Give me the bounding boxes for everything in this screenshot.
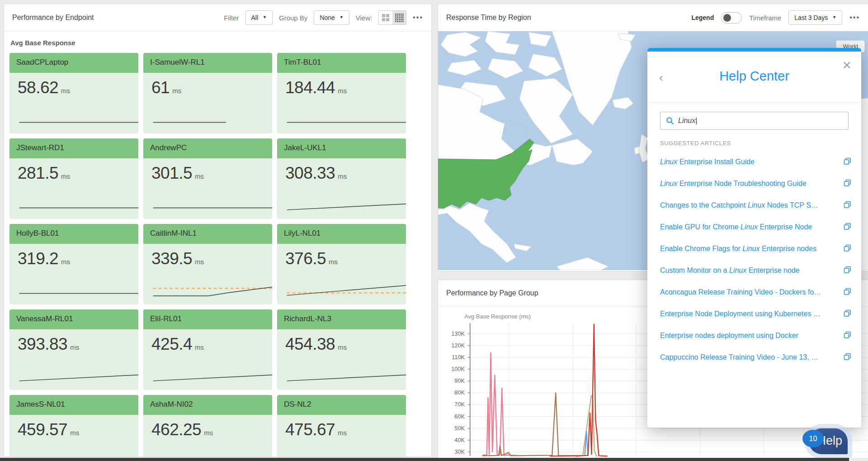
endpoint-card[interactable]: EliI-RL01425.4ms: [143, 309, 272, 390]
sparkline: [17, 111, 138, 129]
endpoint-card-unit: ms: [195, 343, 204, 351]
back-icon[interactable]: ‹: [659, 71, 663, 83]
endpoint-card-value: 184.44: [285, 78, 335, 97]
help-search-input[interactable]: Linux|: [660, 112, 849, 130]
view-dense-grid-button[interactable]: [392, 11, 406, 24]
view-large-grid-button[interactable]: [379, 11, 392, 24]
open-article-copy-icon[interactable]: [839, 223, 851, 232]
article-link[interactable]: Custom Monitor on a Linux Enterprise nod…: [660, 266, 800, 275]
endpoint-card-body: 475.67ms: [277, 415, 406, 457]
endpoint-card[interactable]: CaitlinM-INL1339.5ms: [143, 224, 272, 304]
suggested-articles-label: SUGGESTED ARTICLES: [660, 140, 849, 147]
article-link[interactable]: Enable GPU for Chrome Linux Enterprise N…: [660, 223, 812, 231]
endpoint-widget-menu-button[interactable]: •••: [413, 14, 423, 22]
endpoint-card-body: 339.5ms: [143, 244, 272, 304]
endpoint-card[interactable]: JakeL-UKL1308.33ms: [277, 138, 406, 219]
endpoint-widget-controls: Filter All ▼ Group By None ▼ View:: [224, 10, 423, 25]
article-link[interactable]: Cappuccino Release Training Video - June…: [660, 353, 818, 361]
endpoint-card-body: 308.33ms: [277, 158, 406, 219]
legend-toggle[interactable]: [721, 12, 742, 24]
article-link[interactable]: Enterprise Node Deployment using Kuberne…: [660, 310, 821, 318]
help-header-divider: [647, 102, 861, 103]
help-panel-header: ‹ Help Center ×: [647, 52, 861, 102]
chevron-down-icon: ▼: [263, 15, 267, 19]
endpoint-widget-title: Performance by Endpoint: [12, 14, 94, 22]
map-widget-header: Response Time by Region Legend Timeframe…: [438, 4, 868, 31]
map-widget-menu-button[interactable]: •••: [849, 14, 860, 22]
open-article-copy-icon[interactable]: [839, 201, 851, 210]
open-article-copy-icon[interactable]: [839, 331, 851, 341]
endpoint-card-value: 376.5: [285, 249, 326, 268]
endpoint-card-unit: ms: [61, 258, 70, 266]
endpoint-card-unit: ms: [195, 172, 204, 180]
endpoint-card[interactable]: AshaM-NI02462.25ms: [143, 395, 272, 457]
endpoint-card[interactable]: LilyL-NL01376.5ms: [277, 224, 406, 304]
endpoint-card-grid: SaadCPLaptop58.62msI-SamuelW-RL161msTimT…: [4, 52, 431, 457]
endpoint-card-unit: ms: [338, 343, 347, 351]
endpoint-card-value: 475.67: [285, 420, 335, 439]
view-label: View:: [356, 14, 372, 22]
horizontal-scrollbar-track[interactable]: [0, 458, 868, 461]
horizontal-scrollbar-thumb[interactable]: [0, 458, 849, 461]
svg-text:120K: 120K: [451, 342, 465, 349]
svg-text:60K: 60K: [454, 413, 465, 420]
article-row: Enterprise nodes deployment using Docker: [660, 325, 851, 347]
endpoint-card-name: HollyB-BL01: [9, 224, 138, 244]
endpoint-card-name: CaitlinM-INL1: [143, 224, 272, 244]
svg-text:110K: 110K: [452, 354, 465, 361]
close-icon[interactable]: ×: [842, 57, 851, 72]
endpoint-card[interactable]: I-SamuelW-RL161ms: [143, 53, 272, 133]
endpoint-card[interactable]: DS-NL2475.67ms: [277, 395, 406, 457]
view-toggle: [378, 10, 406, 25]
sparkline: [17, 197, 138, 215]
article-link[interactable]: Changes to the Catchpoint Linux Nodes TC…: [660, 201, 818, 209]
open-article-copy-icon[interactable]: [839, 157, 851, 167]
endpoint-card-unit: ms: [61, 172, 70, 180]
article-link[interactable]: Linux Enterprise Node Troubleshooting Gu…: [660, 180, 807, 188]
timeframe-select[interactable]: Last 3 Days ▼: [788, 10, 842, 25]
endpoint-card[interactable]: JamesS-NL01459.57ms: [9, 395, 138, 457]
group-by-select[interactable]: None ▼: [314, 10, 349, 25]
endpoint-card-value: 61: [151, 78, 170, 97]
sparkline: [284, 111, 406, 129]
article-row: Cappuccino Release Training Video - June…: [660, 347, 851, 368]
search-icon: [666, 117, 674, 125]
article-link[interactable]: Enterprise nodes deployment using Docker: [660, 332, 798, 340]
endpoint-card-name: AndrewPC: [143, 138, 272, 158]
open-article-copy-icon[interactable]: [839, 288, 851, 297]
article-link[interactable]: Linux Enterprise Install Guide: [660, 158, 755, 166]
suggested-article-list: Linux Enterprise Install GuideLinux Ente…: [647, 148, 861, 368]
open-article-copy-icon[interactable]: [839, 266, 851, 276]
metric-section-label: Avg Base Response: [4, 32, 431, 52]
timeframe-label: Timeframe: [749, 14, 781, 22]
timeframe-select-value: Last 3 Days: [794, 14, 828, 21]
svg-text:30K: 30K: [454, 448, 465, 455]
endpoint-card[interactable]: AndrewPC301.5ms: [143, 138, 272, 219]
help-fab-button[interactable]: Help 10: [809, 428, 848, 454]
endpoint-card[interactable]: VanessaM-RL01393.83ms: [9, 309, 138, 390]
article-row: Enable GPU for Chrome Linux Enterprise N…: [660, 216, 851, 238]
endpoint-card-name: EliI-RL01: [143, 309, 272, 329]
endpoint-card-body: 61ms: [143, 73, 272, 133]
series-tan: [576, 395, 597, 457]
open-article-copy-icon[interactable]: [839, 309, 851, 319]
endpoint-card-body: 425.4ms: [143, 329, 272, 390]
filter-select[interactable]: All ▼: [245, 10, 273, 25]
sparkline: [151, 111, 272, 129]
sparkline: [17, 282, 138, 300]
article-link[interactable]: Enable Chrome Flags for Linux Enterprise…: [660, 245, 816, 253]
sparkline: [151, 282, 272, 300]
endpoint-card-name: JamesS-NL01: [9, 395, 138, 415]
endpoint-card[interactable]: RichardL-NL3454.38ms: [277, 309, 406, 390]
open-article-copy-icon[interactable]: [839, 353, 851, 362]
article-link[interactable]: Aconcagua Release Training Video - Docke…: [660, 288, 821, 296]
open-article-copy-icon[interactable]: [839, 179, 851, 189]
endpoint-card-unit: ms: [204, 429, 213, 437]
endpoint-card-name: RichardL-NL3: [277, 309, 406, 329]
legend-label: Legend: [691, 14, 714, 21]
endpoint-card[interactable]: HollyB-BL01319.2ms: [9, 224, 138, 304]
endpoint-card[interactable]: SaadCPLaptop58.62ms: [9, 53, 138, 133]
endpoint-card[interactable]: TimT-BL01184.44ms: [277, 53, 406, 133]
open-article-copy-icon[interactable]: [839, 244, 851, 254]
endpoint-card[interactable]: JStewart-RD1281.5ms: [9, 138, 138, 219]
